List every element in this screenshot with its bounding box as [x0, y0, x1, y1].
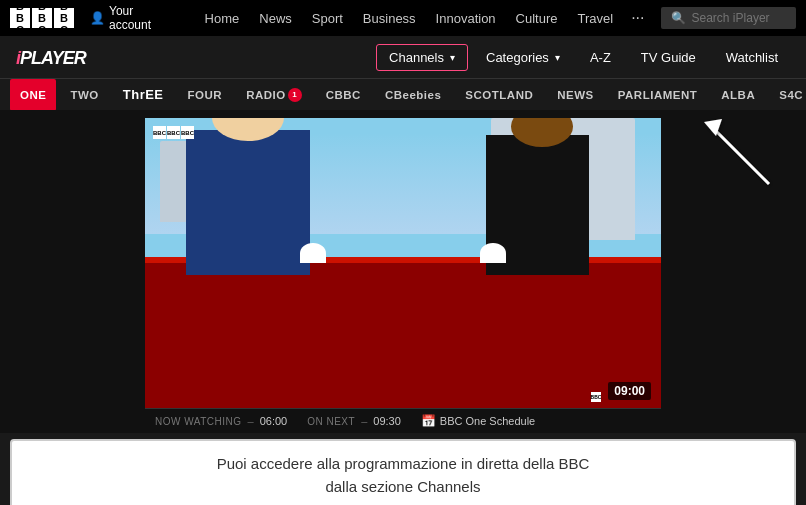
annotation-arrow-svg [694, 114, 784, 194]
watchlist-label: Watchlist [726, 50, 778, 65]
tab-cbeebies[interactable]: CBeebies [375, 79, 451, 111]
nav-innovation[interactable]: Innovation [426, 0, 506, 36]
now-watching-time: 06:00 [260, 415, 288, 427]
schedule-label: BBC One Schedule [440, 415, 535, 427]
nav-business[interactable]: Business [353, 0, 426, 36]
categories-button[interactable]: Categories ▾ [474, 44, 572, 71]
video-time-overlay: 09:00 [608, 382, 651, 400]
bbc-logo-b: BBC [10, 8, 30, 28]
channel-tabs: ONE TWO ThrEE FOUR RADIO1 CBBC CBeebies … [0, 78, 806, 110]
mug-right [480, 243, 506, 263]
caption-line1: Puoi accedere alla programmazione in dir… [42, 453, 764, 476]
channels-button[interactable]: Channels ▾ [376, 44, 468, 71]
on-next-time: 09:30 [373, 415, 401, 427]
bbc-logo[interactable]: BBC BBC BBC [10, 8, 74, 28]
annotation-arrow-container [694, 114, 784, 198]
account-label: Your account [109, 4, 175, 32]
now-watching-label: NOW WATCHING [155, 416, 242, 427]
account-menu[interactable]: 👤 Your account [90, 4, 175, 32]
search-input[interactable] [692, 11, 792, 25]
on-next-item: ON NEXT – 09:30 [307, 415, 401, 427]
caption-line2: dalla sezione Channels [42, 476, 764, 499]
mug-left [300, 243, 326, 263]
svg-marker-1 [704, 119, 722, 136]
on-next-separator: – [361, 415, 367, 427]
tab-one[interactable]: ONE [10, 79, 56, 111]
bbc-one-logo-box: BBC [591, 392, 601, 402]
tab-parliament[interactable]: PARLIAMENT [608, 79, 708, 111]
channels-label: Channels [389, 50, 444, 65]
tab-s4c[interactable]: S4C [769, 79, 806, 111]
page-wrapper: BBC BBC BBC 👤 Your account Home News Spo… [0, 0, 806, 505]
categories-chevron-icon: ▾ [555, 52, 560, 63]
video-bbc-c: BBC [181, 126, 194, 139]
iplayer-logo-text2: PLAYER [20, 48, 86, 68]
az-label: A-Z [590, 50, 611, 65]
nav-culture[interactable]: Culture [506, 0, 568, 36]
account-icon: 👤 [90, 11, 105, 25]
nav-more[interactable]: ··· [623, 9, 652, 27]
calendar-icon: 📅 [421, 414, 436, 428]
tab-alba[interactable]: ALBA [711, 79, 765, 111]
now-watching-item: NOW WATCHING – 06:00 [155, 415, 287, 427]
bbc-logo-b2: BBC [32, 8, 52, 28]
iplayer-navbar: iPLAYER Channels ▾ Categories ▾ A-Z TV G… [0, 36, 806, 78]
presenter-left-body [186, 130, 310, 275]
tab-four[interactable]: FOUR [178, 79, 233, 111]
tab-news[interactable]: NEWS [547, 79, 604, 111]
tab-scotland[interactable]: SCOTLAND [455, 79, 543, 111]
tab-cbbc[interactable]: CBBC [316, 79, 371, 111]
search-box[interactable]: 🔍 [661, 7, 796, 29]
video-bbc-b: BBC [153, 126, 166, 139]
tab-radio1[interactable]: RADIO1 [236, 79, 312, 111]
bbc-logo-c: BBC [54, 8, 74, 28]
svg-line-0 [714, 129, 769, 184]
categories-label: Categories [486, 50, 549, 65]
radio-label: RADIO [246, 89, 286, 101]
nav-home[interactable]: Home [195, 0, 250, 36]
channels-chevron-icon: ▾ [450, 52, 455, 63]
studio-desk-area [145, 257, 661, 408]
video-bbc-logo: BBC BBC BBC [153, 126, 194, 139]
nav-travel[interactable]: Travel [568, 0, 624, 36]
search-icon: 🔍 [671, 11, 686, 25]
tab-two[interactable]: TWO [60, 79, 108, 111]
video-bbc-b2: BBC [167, 126, 180, 139]
video-player[interactable]: BBC BBC BBC 09:00 BBC [145, 118, 661, 408]
main-content: BBC BBC BBC 09:00 BBC NOW WATCHING – 06:… [0, 110, 806, 433]
schedule-item[interactable]: 📅 BBC One Schedule [421, 414, 535, 428]
radio-number-badge: 1 [288, 88, 302, 102]
tvguide-label: TV Guide [641, 50, 696, 65]
now-watching-separator: – [248, 415, 254, 427]
nav-news[interactable]: News [249, 0, 302, 36]
topbar-nav: Home News Sport Business Innovation Cult… [195, 0, 653, 36]
bbc-topbar: BBC BBC BBC 👤 Your account Home News Spo… [0, 0, 806, 36]
on-next-label: ON NEXT [307, 416, 355, 427]
caption-box: Puoi accedere alla programmazione in dir… [10, 439, 796, 505]
nav-sport[interactable]: Sport [302, 0, 353, 36]
tvguide-button[interactable]: TV Guide [629, 44, 708, 71]
iplayer-logo: iPLAYER [16, 46, 86, 69]
video-info-bar: NOW WATCHING – 06:00 ON NEXT – 09:30 📅 B… [145, 408, 661, 433]
watchlist-button[interactable]: Watchlist [714, 44, 790, 71]
tab-three[interactable]: ThrEE [113, 79, 174, 111]
bbc-one-in-video: BBC [591, 392, 601, 402]
az-button[interactable]: A-Z [578, 44, 623, 71]
